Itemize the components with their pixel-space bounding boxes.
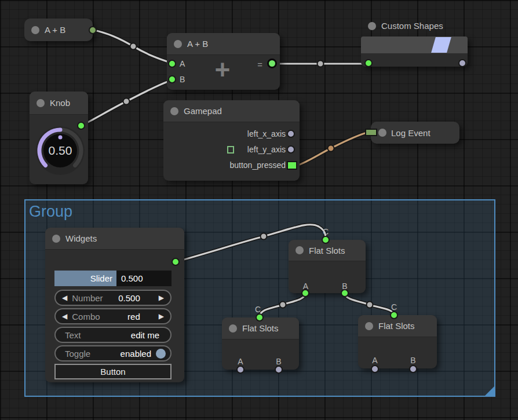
number-widget[interactable]: ◀ Number 0.500 ▶ (54, 290, 172, 306)
node-title-label: Knob (50, 98, 70, 108)
output-label: = (257, 60, 262, 70)
output-slot-b[interactable] (275, 366, 283, 374)
slider-fill[interactable]: Slider (54, 271, 116, 286)
node-flat-slots-top[interactable]: C Flat Slots A B (289, 240, 366, 293)
node-knob[interactable]: Knob 0.50 (30, 92, 88, 184)
input-label-b: B (180, 75, 185, 84)
node-title-label: Gamepad (184, 106, 222, 116)
output-label-left-x-axis: left_x_axis (247, 129, 286, 138)
node-collapse-dot-icon[interactable] (52, 235, 60, 243)
node-collapse-dot-icon[interactable] (37, 99, 45, 107)
node-title-label: Log Event (391, 128, 431, 138)
input-slot[interactable] (364, 59, 373, 67)
event-input-slot[interactable] (365, 129, 377, 136)
input-slot-a[interactable] (168, 60, 176, 68)
output-slot-left-x-axis[interactable] (287, 130, 295, 138)
node-title-bar[interactable]: Knob (30, 92, 88, 115)
arrow-right-icon[interactable]: ▶ (159, 294, 164, 302)
reroute-dot[interactable] (123, 98, 130, 105)
node-collapse-dot-icon[interactable] (229, 324, 237, 333)
slot-box-icon (227, 146, 234, 154)
node-add[interactable]: A + B A B + = (167, 33, 280, 90)
node-title-bar[interactable]: A + B (167, 33, 280, 55)
slot-label-b: B (410, 356, 415, 365)
combo-widget[interactable]: ◀ Combo red ▶ (54, 308, 172, 324)
node-collapse-dot-icon[interactable] (368, 22, 376, 30)
node-collapse-dot-icon[interactable] (170, 107, 178, 115)
arrow-right-icon[interactable]: ▶ (159, 312, 164, 320)
combo-value: red (127, 312, 140, 322)
output-slot[interactable] (89, 26, 97, 34)
slider-widget[interactable]: Slider 0.500 (54, 271, 172, 286)
input-slot-c[interactable] (256, 313, 264, 322)
output-label-button-pressed: button_pressed (229, 160, 286, 170)
output-slot-b[interactable] (409, 365, 417, 373)
node-collapse-dot-icon[interactable] (365, 322, 373, 330)
node-collapse-dot-icon[interactable] (378, 129, 386, 137)
reroute-dot[interactable] (328, 145, 334, 152)
knob-value: 0.50 (31, 122, 89, 180)
toggle-label: Toggle (65, 349, 121, 359)
output-slot-result[interactable] (267, 59, 277, 68)
node-editor-canvas[interactable]: Group A + B A + B (0, 0, 518, 420)
group-resize-handle[interactable] (485, 386, 494, 396)
output-slot-b[interactable] (341, 289, 349, 297)
node-collapse-dot-icon[interactable] (296, 246, 304, 254)
text-widget[interactable]: Text edit me (54, 327, 172, 343)
reroute-dot[interactable] (261, 233, 267, 240)
reroute-dot[interactable] (280, 302, 286, 308)
toggle-knob-icon[interactable] (156, 349, 166, 359)
node-title-label: A + B (187, 39, 208, 49)
output-slot[interactable] (458, 59, 466, 67)
group-title: Group (29, 203, 72, 221)
node-title-label: Custom Shapes (381, 21, 443, 31)
combo-label: Combo (72, 312, 127, 322)
node-add-collapsed[interactable]: A + B (24, 19, 93, 41)
button-widget[interactable]: Button (54, 364, 172, 379)
node-flat-slots-left[interactable]: C Flat Slots A B (222, 317, 299, 370)
arrow-left-icon[interactable]: ◀ (62, 294, 67, 302)
node-title-bar[interactable]: Custom Shapes (368, 21, 443, 31)
output-slot-left-y-axis[interactable] (287, 145, 295, 154)
node-gamepad[interactable]: Gamepad left_x_axis left_y_axis button_p… (163, 100, 300, 181)
toggle-widget[interactable]: Toggle enabled (54, 345, 172, 361)
node-collapse-dot-icon[interactable] (174, 40, 182, 48)
input-label-a: A (180, 59, 185, 68)
slot-label-b: B (276, 357, 281, 366)
node-flat-slots-right[interactable]: C Flat Slots A B (358, 315, 437, 368)
number-value: 0.500 (118, 293, 140, 303)
input-slot-c[interactable] (390, 311, 398, 319)
arrow-left-icon[interactable]: ◀ (62, 312, 67, 320)
node-title-bar[interactable]: Flat Slots (358, 315, 437, 337)
output-slot-a[interactable] (301, 289, 309, 297)
node-title-label: Flat Slots (242, 323, 279, 333)
output-label-left-y-axis: left_y_axis (247, 145, 286, 154)
reroute-dot[interactable] (130, 43, 137, 50)
output-slot[interactable] (172, 258, 180, 266)
slot-label-a: A (372, 356, 377, 365)
output-slot-button-pressed[interactable] (287, 161, 297, 170)
number-label: Number (72, 293, 118, 303)
node-custom-shapes[interactable]: Custom Shapes (361, 36, 468, 67)
node-widgets[interactable]: Widgets Slider 0.500 ◀ Number 0.500 ▶ ◀ … (45, 228, 184, 382)
slot-label-c: C (255, 305, 261, 314)
node-title-label: Widgets (65, 233, 97, 243)
node-title-bar[interactable]: Gamepad (163, 100, 300, 122)
node-log-event[interactable]: Log Event (371, 122, 459, 144)
node-title-label: Flat Slots (378, 321, 415, 331)
slider-label: Slider (90, 273, 112, 283)
custom-shape-band (361, 36, 468, 53)
input-slot-b[interactable] (168, 75, 176, 83)
reroute-dot[interactable] (367, 302, 373, 308)
reroute-dot[interactable] (318, 61, 324, 67)
node-title-label: A + B (45, 25, 65, 35)
text-value: edit me (131, 330, 159, 340)
output-slot-a[interactable] (371, 365, 379, 373)
slot-label-c: C (391, 302, 397, 312)
node-title-bar[interactable]: Widgets (45, 228, 184, 250)
button-label: Button (100, 367, 125, 377)
slot-label-a: A (238, 357, 243, 366)
input-slot-c[interactable] (322, 236, 330, 244)
node-collapse-dot-icon[interactable] (31, 26, 39, 34)
output-slot-a[interactable] (236, 366, 245, 374)
